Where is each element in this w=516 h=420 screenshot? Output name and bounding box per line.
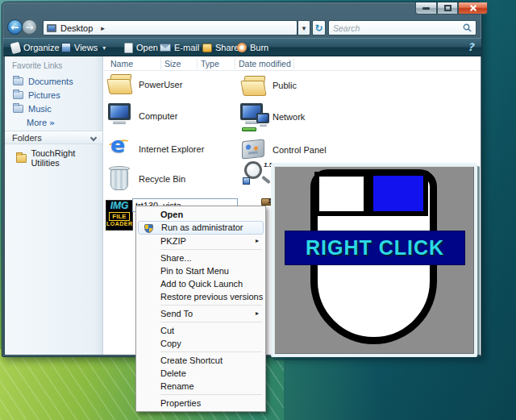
- file-label[interactable]: Control Panel: [273, 145, 327, 155]
- folders-band[interactable]: Folders: [5, 131, 102, 144]
- context-menu: Open Run as administrator PKZIP ▸ Share.…: [135, 206, 266, 412]
- navigation-pane: Favorite Links Documents Pictures Music …: [5, 56, 103, 355]
- column-header-type[interactable]: Type: [201, 59, 219, 69]
- more-links[interactable]: More»: [27, 118, 55, 128]
- views-button[interactable]: Views ▾: [61, 39, 106, 56]
- email-label: E-mail: [174, 43, 199, 52]
- open-label: Open: [136, 43, 158, 52]
- sidebar-item-music[interactable]: Music: [13, 104, 52, 114]
- menu-item-label: PKZIP: [160, 236, 186, 246]
- refresh-button[interactable]: ↻: [312, 20, 326, 35]
- organize-button[interactable]: Organize ▾: [11, 39, 68, 56]
- share-label: Share: [215, 43, 239, 52]
- burn-label: Burn: [250, 43, 268, 52]
- tree-item-touchright-utilities[interactable]: TouchRight Utilities: [16, 148, 102, 168]
- column-header-row: Name Size Type Date modified: [104, 56, 481, 71]
- address-bar[interactable]: Desktop ▸: [43, 20, 298, 35]
- menu-item-cut[interactable]: Cut: [138, 324, 264, 337]
- right-click-banner: RIGHT CLICK: [285, 231, 465, 265]
- menu-item-properties[interactable]: Properties: [138, 397, 264, 410]
- menu-item-label: Share...: [160, 253, 192, 263]
- menu-item-label: Cut: [160, 326, 174, 335]
- menu-item-create-shortcut[interactable]: Create Shortcut: [138, 354, 264, 367]
- pictures-folder-icon: [13, 91, 23, 99]
- menu-item-label: Pin to Start Menu: [160, 266, 229, 276]
- forward-button[interactable]: →: [22, 19, 37, 35]
- address-dropdown-button[interactable]: ▾: [298, 20, 310, 35]
- views-icon: [61, 43, 71, 52]
- public-folder-icon[interactable]: [242, 76, 266, 97]
- email-button[interactable]: E-mail: [160, 39, 199, 56]
- help-icon[interactable]: ?: [468, 41, 474, 53]
- file-label[interactable]: Public: [273, 81, 297, 90]
- column-separator: [235, 58, 235, 69]
- mouse-right-button-graphic: [368, 171, 428, 216]
- burn-icon: [237, 43, 247, 52]
- icon-text-img: IMG: [106, 201, 132, 211]
- menu-item-label: Restore previous versions: [160, 292, 263, 301]
- column-header-name[interactable]: Name: [110, 59, 133, 69]
- file-label[interactable]: Recycle Bin: [139, 174, 185, 184]
- desktop: ← → Desktop ▸ ▾ ↻ Search Organize ▾ V: [0, 0, 516, 420]
- column-header-date-modified[interactable]: Date modified: [239, 59, 291, 69]
- column-separator: [160, 58, 161, 69]
- menu-item-copy[interactable]: Copy: [138, 337, 264, 350]
- computer-icon[interactable]: [108, 103, 131, 124]
- minimize-icon: [422, 7, 430, 10]
- menu-item-send-to[interactable]: Send To ▸: [138, 307, 264, 320]
- menu-item-label: Add to Quick Launch: [160, 279, 243, 289]
- menu-item-label: Create Shortcut: [160, 356, 223, 365]
- menu-item-share[interactable]: Share...: [138, 252, 264, 264]
- favorite-links-header: Favorite Links: [12, 61, 62, 70]
- chevron-down-icon: [90, 135, 97, 141]
- menu-item-run-as-administrator[interactable]: Run as administrator: [138, 221, 264, 235]
- music-folder-icon: [13, 105, 23, 113]
- menu-item-label: Delete: [160, 368, 186, 378]
- menu-item-open[interactable]: Open: [138, 208, 264, 221]
- organize-icon: [10, 41, 22, 53]
- file-label[interactable]: PowerUser: [139, 80, 182, 89]
- organize-label: Organize: [23, 43, 60, 52]
- burn-button[interactable]: Burn: [237, 39, 268, 56]
- menu-item-pkzip[interactable]: PKZIP ▸: [138, 235, 264, 247]
- control-panel-icon[interactable]: [242, 139, 264, 159]
- file-label[interactable]: Computer: [139, 111, 177, 121]
- sidebar-item-pictures[interactable]: Pictures: [13, 90, 60, 100]
- close-button[interactable]: [458, 2, 488, 15]
- internet-explorer-icon[interactable]: e: [110, 135, 125, 156]
- menu-item-pin-to-start-menu[interactable]: Pin to Start Menu: [138, 264, 264, 277]
- documents-folder-icon: [13, 77, 23, 85]
- menu-item-rename[interactable]: Rename: [138, 380, 264, 393]
- breadcrumb[interactable]: Desktop: [60, 23, 93, 33]
- submenu-arrow-icon: ▸: [256, 235, 259, 247]
- share-button[interactable]: Share: [202, 39, 239, 56]
- recycle-bin-icon[interactable]: [109, 166, 130, 190]
- email-icon: [160, 44, 171, 52]
- search-box[interactable]: Search: [328, 20, 476, 35]
- menu-item-label: Send To: [160, 309, 193, 318]
- trt130-file-icon[interactable]: IMG FILE LOADER: [106, 200, 133, 231]
- back-button[interactable]: ←: [7, 19, 23, 35]
- magnifier-file-icon[interactable]: [244, 161, 262, 179]
- column-header-size[interactable]: Size: [164, 59, 181, 69]
- network-second-screen-icon: [256, 113, 269, 127]
- open-icon: [124, 43, 133, 53]
- right-click-caption: RIGHT CLICK: [306, 236, 444, 260]
- search-input[interactable]: Search: [333, 23, 463, 33]
- menu-item-delete[interactable]: Delete: [138, 367, 264, 380]
- menu-item-add-to-quick-launch[interactable]: Add to Quick Launch: [138, 277, 264, 290]
- file-label[interactable]: Internet Explorer: [139, 144, 204, 154]
- poweruser-folder-icon[interactable]: [108, 74, 132, 95]
- column-separator: [293, 58, 294, 69]
- icon-text-loader: LOADER: [106, 221, 132, 227]
- menu-item-restore-previous-versions[interactable]: Restore previous versions: [138, 290, 264, 303]
- breadcrumb-chevron-icon[interactable]: ▸: [101, 24, 105, 32]
- column-separator: [197, 58, 198, 69]
- sidebar-item-documents[interactable]: Documents: [13, 77, 73, 86]
- file-label[interactable]: Network: [273, 112, 305, 122]
- menu-item-label: Copy: [160, 339, 181, 348]
- minimize-button[interactable]: [415, 2, 437, 15]
- open-button[interactable]: Open: [124, 39, 158, 56]
- command-toolbar: Organize ▾ Views ▾ Open E-mail Share: [3, 38, 481, 56]
- maximize-button[interactable]: [437, 2, 458, 15]
